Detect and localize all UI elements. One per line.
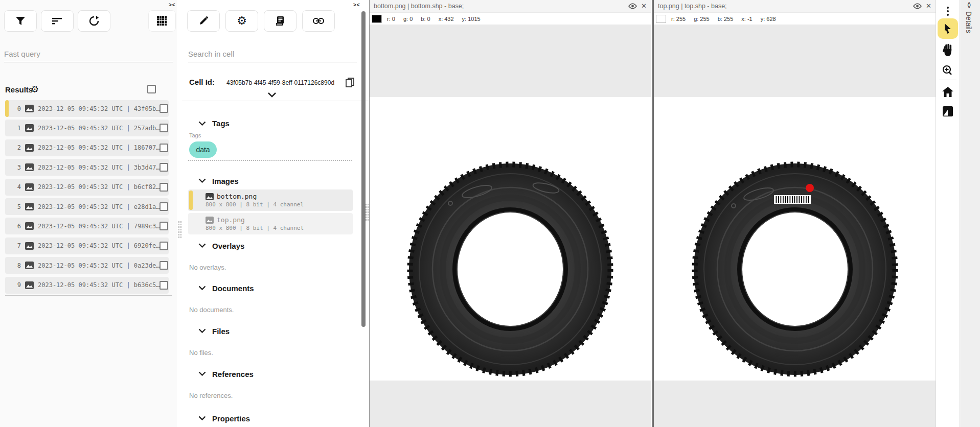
row-checkbox[interactable]	[159, 202, 168, 211]
images-collapse-icon[interactable]	[198, 178, 206, 183]
row-checkbox[interactable]	[159, 242, 168, 250]
documents-collapse-icon[interactable]	[198, 286, 206, 290]
selected-indicator	[189, 191, 193, 210]
overlays-collapse-icon[interactable]	[198, 243, 206, 248]
row-checkbox[interactable]	[159, 163, 168, 172]
cell-id-expand-chevron-icon[interactable]	[267, 92, 277, 98]
pixel-info-bar: r: 255g: 255b: 255x: -1y: 628	[654, 13, 936, 25]
result-row[interactable]: 82023-12-05 09:45:32 UTC | 0a23de…	[5, 257, 169, 274]
pixel-info-value: x: 432	[439, 16, 454, 22]
collapse-cell-panel-icon[interactable]: ><	[353, 2, 360, 8]
eye-icon[interactable]	[628, 3, 637, 9]
pixel-info-value: x: -1	[741, 16, 752, 22]
viewer-header: bottom.png | bottom.shp - base; ✕	[370, 0, 651, 12]
pixel-color-swatch	[656, 15, 666, 23]
result-row[interactable]: 52023-12-05 09:45:32 UTC | e28d1a…	[5, 198, 169, 215]
image-item-top[interactable]: top.png 800 x 800 | 8 bit | 4 channel	[188, 213, 353, 234]
row-timestamp-hash: 2023-12-05 09:45:32 UTC | 43f05b…	[38, 105, 159, 112]
references-empty-note: No references.	[189, 392, 233, 399]
cell-header-divider	[182, 101, 369, 101]
viewer-pane-top[interactable]: top.png | top.shp - base; ✕ r: 255g: 255…	[652, 0, 936, 427]
row-checkbox[interactable]	[159, 104, 168, 113]
row-timestamp-hash: 2023-12-05 09:45:32 UTC | 186707…	[38, 144, 159, 151]
files-collapse-icon[interactable]	[198, 328, 206, 333]
eye-icon[interactable]	[913, 3, 922, 9]
image-file-icon	[25, 124, 34, 132]
home-icon	[942, 87, 953, 97]
tire-image-bottom	[370, 97, 651, 381]
tire-image-top	[654, 97, 937, 381]
row-checkbox[interactable]	[159, 124, 168, 132]
home-button[interactable]	[938, 83, 958, 101]
result-row[interactable]: 22023-12-05 09:45:32 UTC | 186707…	[5, 139, 169, 156]
cell-panel-scrollbar[interactable]	[361, 11, 366, 327]
settings-button[interactable]: ⚙	[225, 10, 258, 32]
references-collapse-icon[interactable]	[198, 371, 206, 376]
details-expand-icon[interactable]: <>	[966, 2, 972, 8]
image-canvas[interactable]	[654, 97, 936, 381]
hand-tool-icon	[942, 43, 954, 57]
row-selected-indicator	[5, 257, 9, 274]
pixel-info-value: b: 255	[718, 16, 734, 22]
pixel-info-bar: r: 0g: 0b: 0x: 432y: 1015	[370, 13, 651, 25]
image-canvas[interactable]	[370, 97, 651, 381]
cell-id-label: Cell Id:	[189, 78, 215, 86]
properties-collapse-icon[interactable]	[198, 416, 206, 420]
row-checkbox[interactable]	[159, 183, 168, 192]
row-index: 3	[9, 164, 21, 171]
tag-chip-data[interactable]: data	[189, 141, 217, 158]
pixel-info-value: b: 0	[421, 16, 430, 22]
row-timestamp-hash: 2023-12-05 09:45:32 UTC | b636c5…	[38, 281, 159, 289]
row-selected-indicator	[5, 277, 9, 294]
row-timestamp-hash: 2023-12-05 09:45:32 UTC | e28d1a…	[38, 203, 159, 210]
row-timestamp-hash: 2023-12-05 09:45:32 UTC | 6920fe…	[38, 242, 159, 249]
image-item-bottom[interactable]: bottom.png 800 x 800 | 8 bit | 4 channel	[188, 189, 353, 211]
edit-button[interactable]	[187, 10, 220, 32]
row-selected-indicator	[5, 238, 9, 254]
copy-icon[interactable]	[346, 78, 355, 88]
result-row[interactable]: 02023-12-05 09:45:32 UTC | 43f05b…	[5, 100, 169, 117]
result-row[interactable]: 72023-12-05 09:45:32 UTC | 6920fe…	[5, 238, 169, 254]
edit-pencil-icon	[199, 16, 208, 26]
red-marker-dot	[806, 184, 814, 192]
image-file-meta: 800 x 800 | 8 bit | 4 channel	[206, 201, 304, 208]
cursor-tool-button[interactable]	[938, 18, 958, 39]
pixel-info-value: r: 0	[387, 16, 395, 22]
search-in-cell-input[interactable]	[188, 46, 357, 62]
image-tool-button[interactable]	[938, 102, 958, 121]
image-file-icon	[25, 281, 34, 289]
details-side-tab[interactable]: <> Details	[960, 0, 980, 427]
result-row[interactable]: 12023-12-05 09:45:32 UTC | 257adb…	[5, 120, 169, 136]
row-checkbox[interactable]	[159, 281, 168, 290]
zoom-tool-button[interactable]	[938, 61, 958, 80]
overlays-section-title: Overlays	[212, 242, 244, 250]
image-file-icon	[25, 183, 34, 191]
image-file-icon	[25, 262, 34, 269]
viewer-splitter-handle[interactable]	[365, 203, 369, 222]
image-file-icon	[25, 144, 34, 152]
result-row[interactable]: 32023-12-05 09:45:32 UTC | 3b3d47…	[5, 159, 169, 176]
row-checkbox[interactable]	[159, 144, 168, 152]
notebook-button[interactable]	[264, 10, 297, 32]
hand-tool-button[interactable]	[938, 41, 958, 59]
notebook-icon	[276, 16, 285, 26]
result-row[interactable]: 92023-12-05 09:45:32 UTC | b636c5…	[5, 277, 169, 294]
image-file-name: top.png	[217, 216, 245, 224]
image-file-icon	[206, 217, 214, 224]
kebab-menu-icon	[947, 7, 949, 16]
details-tab-label: Details	[965, 11, 973, 33]
close-icon[interactable]: ✕	[926, 3, 931, 9]
tags-collapse-icon[interactable]	[198, 121, 206, 126]
kebab-menu-button[interactable]	[938, 2, 958, 20]
result-row[interactable]: 42023-12-05 09:45:32 UTC | b6cf82…	[5, 179, 169, 196]
viewer-pane-bottom[interactable]: bottom.png | bottom.shp - base; ✕ r: 0g:…	[369, 0, 651, 427]
result-row[interactable]: 62023-12-05 09:45:32 UTC | 7989c3…	[5, 218, 169, 234]
row-checkbox[interactable]	[159, 261, 168, 270]
link-button[interactable]	[302, 10, 335, 32]
results-panel: >< Results ⚙ 02023-12-05 09:	[0, 0, 177, 427]
close-icon[interactable]: ✕	[641, 3, 647, 9]
left-splitter-handle[interactable]	[178, 221, 182, 239]
row-checkbox[interactable]	[159, 222, 168, 230]
row-index: 8	[9, 262, 21, 269]
row-index: 1	[9, 125, 21, 132]
